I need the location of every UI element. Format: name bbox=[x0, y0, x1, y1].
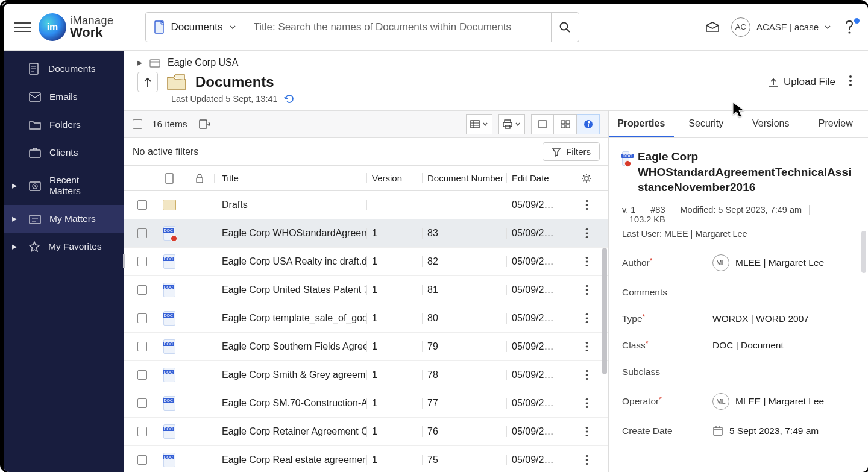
sidebar-item-documents[interactable]: Documents bbox=[4, 54, 124, 83]
toggle-checkbox-button[interactable] bbox=[531, 114, 554, 134]
view-table-button[interactable] bbox=[466, 114, 492, 134]
print-button[interactable] bbox=[498, 114, 525, 134]
row-actions-button[interactable] bbox=[573, 313, 600, 324]
row-actions-button[interactable] bbox=[573, 370, 600, 380]
table-row[interactable]: Eagle Corp Southern Fields Agreement.d…1… bbox=[124, 333, 608, 361]
search-button[interactable] bbox=[551, 13, 579, 42]
refresh-icon[interactable] bbox=[284, 93, 295, 104]
row-actions-button[interactable] bbox=[573, 200, 600, 210]
prop-author-value: MLEE | Margaret Lee bbox=[735, 257, 824, 268]
table-row[interactable]: Drafts05/09/2… bbox=[124, 191, 608, 219]
sidebar-item-emails[interactable]: Emails bbox=[4, 83, 124, 111]
chevron-down-icon bbox=[825, 24, 831, 30]
more-actions-button[interactable] bbox=[846, 72, 855, 92]
row-version: 1 bbox=[367, 228, 423, 239]
row-checkbox[interactable] bbox=[137, 398, 147, 408]
table-row[interactable]: Eagle Corp WHOStandardAgreementTec…18305… bbox=[124, 219, 608, 248]
table-row[interactable]: Eagle Corp United States Patent 765017…1… bbox=[124, 276, 608, 304]
help-button[interactable] bbox=[841, 19, 857, 35]
grid-icon bbox=[561, 120, 570, 128]
row-checkbox[interactable] bbox=[137, 455, 147, 465]
workspace-icon bbox=[149, 58, 160, 68]
meta-modified: Modified: 5 Sept 2023, 7:49 am bbox=[673, 205, 810, 215]
breadcrumb: ▸ Eagle Corp USA bbox=[124, 51, 868, 68]
table-row[interactable]: Eagle Corp Real estate agreement.docx175… bbox=[124, 446, 608, 472]
breadcrumb-root[interactable]: Eagle Corp USA bbox=[168, 57, 238, 68]
tab-versions[interactable]: Versions bbox=[738, 111, 804, 137]
properties-panel: Properties Security Versions Preview Eag… bbox=[609, 110, 868, 472]
svg-point-55 bbox=[585, 459, 588, 461]
export-icon[interactable] bbox=[198, 119, 210, 130]
col-title[interactable]: Title bbox=[215, 173, 367, 183]
table-row[interactable]: Eagle Corp SM.70-Construction-A105-20…17… bbox=[124, 389, 608, 418]
svg-rect-24 bbox=[166, 174, 173, 183]
svg-point-43 bbox=[585, 345, 588, 348]
panel-meta: v. 1 #83 Modified: 5 Sept 2023, 7:49 am … bbox=[622, 205, 855, 224]
row-checkbox[interactable] bbox=[137, 200, 147, 210]
last-updated-label: Last Updated 5 Sept, 13:41 bbox=[171, 94, 278, 104]
logo-badge-icon bbox=[39, 13, 66, 41]
inbox-icon[interactable] bbox=[705, 19, 720, 35]
row-actions-button[interactable] bbox=[573, 228, 600, 239]
kebab-icon bbox=[585, 256, 588, 267]
svg-point-45 bbox=[585, 370, 588, 373]
select-all-checkbox[interactable] bbox=[133, 119, 142, 129]
upload-file-button[interactable]: Upload File bbox=[768, 76, 835, 88]
sidebar-item-my-matters[interactable]: ▸ My Matters bbox=[4, 205, 124, 233]
mail-icon bbox=[29, 92, 41, 102]
row-checkbox[interactable] bbox=[137, 427, 147, 436]
kebab-icon bbox=[585, 398, 588, 409]
search-input[interactable] bbox=[245, 13, 551, 42]
row-title: Eagle Corp Retainer Agreement Chen Im… bbox=[215, 426, 367, 437]
sidebar-item-recent-matters[interactable]: ▸ Recent Matters bbox=[4, 166, 124, 205]
row-actions-button[interactable] bbox=[573, 256, 600, 267]
table-row[interactable]: Eagle Corp template_sale_of_goods_con…18… bbox=[124, 304, 608, 333]
tab-preview[interactable]: Preview bbox=[804, 111, 869, 137]
sidebar-item-clients[interactable]: Clients bbox=[4, 139, 124, 166]
table-row[interactable]: Eagle Corp Retainer Agreement Chen Im…17… bbox=[124, 418, 608, 446]
row-actions-button[interactable] bbox=[573, 455, 600, 465]
table-row[interactable]: Eagle Corp Smith & Grey agreement.docx17… bbox=[124, 361, 608, 389]
row-checkbox[interactable] bbox=[137, 257, 147, 266]
chevron-right-icon: ▸ bbox=[12, 213, 18, 224]
grid-view-button[interactable] bbox=[554, 114, 577, 134]
kebab-icon bbox=[585, 313, 588, 324]
col-docnum[interactable]: Document Number bbox=[423, 173, 507, 183]
row-checkbox[interactable] bbox=[137, 228, 147, 238]
row-actions-button[interactable] bbox=[573, 341, 600, 352]
row-checkbox[interactable] bbox=[137, 313, 147, 323]
row-docnum: 81 bbox=[423, 285, 507, 295]
scrollbar-thumb[interactable] bbox=[861, 231, 866, 273]
table-row[interactable]: Eagle Corp USA Realty inc draft.docx1820… bbox=[124, 248, 608, 276]
row-checkbox[interactable] bbox=[137, 285, 147, 295]
row-version: 1 bbox=[367, 455, 423, 465]
col-version[interactable]: Version bbox=[367, 173, 423, 183]
up-button[interactable] bbox=[137, 72, 158, 92]
menu-toggle-button[interactable] bbox=[14, 19, 31, 36]
meta-number: #83 bbox=[643, 205, 673, 215]
user-menu[interactable]: AC ACASE | acase bbox=[731, 17, 831, 37]
sidebar-item-my-favorites[interactable]: ▸ My Favorites bbox=[4, 233, 124, 260]
search-category-picker[interactable]: Documents bbox=[146, 13, 245, 42]
document-icon bbox=[165, 173, 174, 184]
filters-button[interactable]: Filters bbox=[542, 142, 600, 161]
row-actions-button[interactable] bbox=[573, 426, 600, 437]
tab-properties[interactable]: Properties bbox=[609, 111, 674, 137]
row-actions-button[interactable] bbox=[573, 285, 600, 295]
info-panel-toggle[interactable] bbox=[577, 114, 600, 134]
row-checkbox[interactable] bbox=[137, 342, 147, 351]
folder-icon bbox=[166, 74, 187, 90]
chevron-right-icon[interactable]: ▸ bbox=[137, 57, 142, 68]
col-editdate[interactable]: Edit Date bbox=[507, 173, 573, 183]
svg-rect-14 bbox=[471, 121, 479, 128]
row-checkbox[interactable] bbox=[137, 370, 147, 380]
scrollbar-thumb[interactable] bbox=[602, 248, 607, 374]
svg-point-39 bbox=[585, 313, 588, 316]
info-icon bbox=[583, 119, 593, 129]
operator-avatar: ML bbox=[712, 393, 729, 410]
user-avatar: AC bbox=[731, 17, 750, 37]
tab-security[interactable]: Security bbox=[674, 111, 739, 137]
row-actions-button[interactable] bbox=[573, 398, 600, 409]
sidebar-item-folders[interactable]: Folders bbox=[4, 111, 124, 139]
column-settings-button[interactable] bbox=[573, 174, 600, 183]
